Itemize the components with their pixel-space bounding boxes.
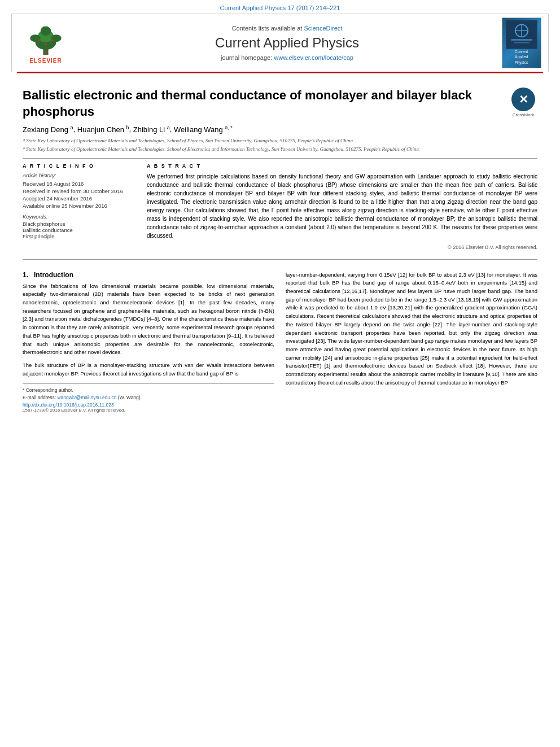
article-body: Ballistic electronic and thermal conduct… <box>0 74 560 424</box>
author-weiliang: Weiliang Wang a, * <box>174 125 233 134</box>
affil-a: ᵃ State Key Laboratory of Optoelectronic… <box>23 137 537 145</box>
available-date: Available online 25 November 2016 <box>23 203 135 209</box>
article-info-col: A R T I C L E I N F O Article history: R… <box>23 163 135 250</box>
email-link[interactable]: wangwl2@mail.sysu.edu.cn <box>57 395 116 400</box>
article-info-heading: A R T I C L E I N F O <box>23 163 135 169</box>
svg-rect-13 <box>511 39 532 41</box>
journal-header: Current Applied Physics 17 (2017) 214–22… <box>0 0 560 74</box>
header-inner: ELSEVIER Contents lists available at Sci… <box>11 14 549 72</box>
authors-line: Zexiang Deng a, Huanjun Chen b, Zhibing … <box>23 124 537 133</box>
abstract-col: A B S T R A C T We performed first princ… <box>147 163 537 250</box>
sciencedirect-link[interactable]: ScienceDirect <box>304 25 342 32</box>
keywords-label: Keywords: <box>23 213 135 220</box>
footnote-section: * Corresponding author. E-mail address: … <box>23 383 274 413</box>
history-label: Article history: <box>23 172 135 178</box>
intro-para-2: The bulk structure of BP is a monolayer-… <box>23 361 274 378</box>
svg-point-7 <box>51 39 54 41</box>
thumb-text: CurrentAppliedPhysics <box>514 49 528 65</box>
accepted-date: Accepted 24 November 2016 <box>23 195 135 202</box>
elsevier-tree-icon <box>26 23 65 56</box>
main-right-col: layer-number-dependent, varying from 0.1… <box>286 271 537 413</box>
journal-title-block: Contents lists available at ScienceDirec… <box>74 25 500 61</box>
journal-top-line: Current Applied Physics 17 (2017) 214–22… <box>11 5 549 11</box>
doi-line[interactable]: http://dx.doi.org/10.1016/j.cap.2016.11.… <box>23 402 274 408</box>
right-para-1: layer-number-dependent, varying from 0.1… <box>286 271 537 387</box>
journal-homepage: journal homepage: www.elsevier.com/locat… <box>74 54 500 61</box>
crossmark-circle: ✕ <box>511 88 535 111</box>
elsevier-brand: ELSEVIER <box>29 58 62 64</box>
section-divider-2 <box>23 259 537 260</box>
author-zhibing: Zhibing Li a <box>133 125 170 134</box>
contents-line: Contents lists available at ScienceDirec… <box>74 25 500 32</box>
corresponding-author: * Corresponding author. <box>23 387 274 393</box>
received-date: Received 18 August 2016 <box>23 181 135 187</box>
issn-line: 1567-1739/© 2016 Elsevier B.V. All right… <box>23 408 274 413</box>
intro-para-1: Since the fabrications of low dimensiona… <box>23 282 274 357</box>
svg-point-3 <box>41 26 51 36</box>
thumb-image-icon <box>505 20 539 49</box>
main-left-col: 1. Introduction Since the fabrications o… <box>23 271 274 413</box>
crossmark-label: CrossMark <box>513 112 535 117</box>
article-title: Ballistic electronic and thermal conduct… <box>23 88 504 120</box>
page: Current Applied Physics 17 (2017) 214–22… <box>0 0 560 747</box>
keyword-2: Ballistic conductance <box>23 227 135 233</box>
affiliations: ᵃ State Key Laboratory of Optoelectronic… <box>23 137 537 154</box>
crossmark-icon: ✕ <box>519 93 528 106</box>
abstract-heading: A B S T R A C T <box>147 163 537 169</box>
header-divider <box>17 72 543 74</box>
author-zexiang: Zexiang Deng a <box>23 125 73 134</box>
elsevier-logo: ELSEVIER <box>18 23 74 64</box>
author-huanjun: Huanjun Chen b <box>77 125 129 134</box>
journal-main-title: Current Applied Physics <box>74 35 500 51</box>
crossmark-badge: ✕ CrossMark <box>509 88 537 117</box>
copyright-line: © 2016 Elsevier B.V. All rights reserved… <box>147 244 537 250</box>
keywords-section: Keywords: Black phosphorus Ballistic con… <box>23 213 135 239</box>
keyword-3: First principle <box>23 233 135 239</box>
svg-point-8 <box>45 43 47 45</box>
main-content: 1. Introduction Since the fabrications o… <box>23 271 537 413</box>
svg-rect-14 <box>514 42 530 43</box>
keyword-1: Black phosphorus <box>23 221 135 227</box>
info-abstract-section: A R T I C L E I N F O Article history: R… <box>23 163 537 250</box>
homepage-link[interactable]: www.elsevier.com/locate/cap <box>274 54 353 61</box>
abstract-text: We performed first principle calculation… <box>147 172 537 240</box>
svg-point-6 <box>38 39 40 41</box>
journal-thumbnail: CurrentAppliedPhysics <box>500 18 542 68</box>
affil-b: ᵇ State Key Laboratory of Optoelectronic… <box>23 146 537 154</box>
revised-date: Received in revised form 30 October 2016 <box>23 188 135 194</box>
email-line: E-mail address: wangwl2@mail.sysu.edu.cn… <box>23 395 274 400</box>
article-title-section: Ballistic electronic and thermal conduct… <box>23 88 537 120</box>
section-divider-1 <box>23 158 537 159</box>
thumb-box: CurrentAppliedPhysics <box>502 18 541 68</box>
intro-section-title: 1. Introduction <box>23 271 274 279</box>
